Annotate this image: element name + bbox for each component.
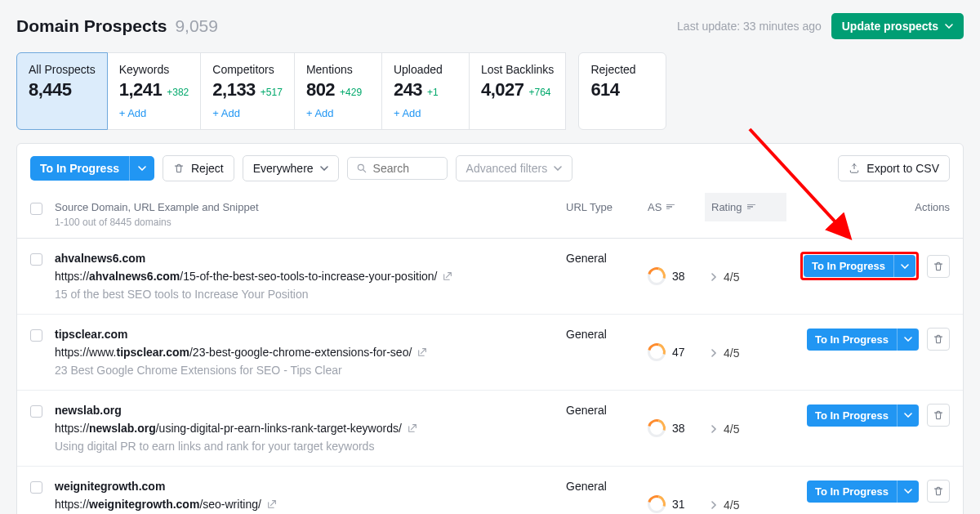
row-action-caret[interactable]: [897, 329, 919, 351]
filter-card-uploaded[interactable]: Uploaded 243 +1 + Add: [381, 52, 470, 130]
row-action-caret[interactable]: [897, 480, 919, 503]
chevron-right-icon: [711, 349, 717, 357]
external-link-icon: [407, 423, 417, 434]
card-value: 2,133: [212, 79, 256, 101]
search-box[interactable]: [347, 157, 448, 180]
row-rating[interactable]: 4/5: [711, 422, 739, 436]
to-in-progress-button[interactable]: To In Progress: [30, 156, 129, 181]
col-rating-header[interactable]: Rating: [705, 193, 786, 221]
filter-card-rejected[interactable]: Rejected 614: [578, 52, 666, 130]
row-checkbox[interactable]: [30, 329, 42, 342]
advanced-filters-label: Advanced filters: [466, 162, 548, 175]
card-delta: +764: [528, 87, 550, 98]
card-label: Uploaded: [394, 63, 457, 76]
row-checkbox[interactable]: [30, 481, 42, 494]
row-url-type: General: [566, 480, 648, 514]
trash-icon: [173, 163, 185, 174]
col-as-header[interactable]: AS: [648, 201, 705, 213]
as-ring-icon: [648, 343, 666, 361]
card-label: Mentions: [306, 63, 370, 76]
table-row: ahvalnews6.com https://ahvalnews6.com/15…: [17, 239, 963, 315]
page-count: 9,059: [175, 16, 218, 36]
filter-card-lost-backlinks[interactable]: Lost Backlinks 4,027 +764: [469, 52, 566, 130]
chevron-right-icon: [711, 425, 717, 433]
export-csv-button[interactable]: Export to CSV: [838, 155, 950, 181]
to-in-progress-split-button[interactable]: To In Progress: [30, 156, 154, 181]
card-add-link[interactable]: + Add: [306, 107, 370, 119]
svg-point-0: [358, 164, 363, 170]
row-checkbox[interactable]: [30, 253, 42, 266]
row-action-caret[interactable]: [897, 404, 919, 427]
row-delete-button[interactable]: [927, 328, 950, 351]
row-to-in-progress-button[interactable]: To In Progress: [804, 255, 915, 277]
card-value: 1,241: [119, 79, 163, 101]
row-delete-button[interactable]: [927, 255, 950, 278]
card-value: 614: [590, 79, 619, 101]
row-rating[interactable]: 4/5: [711, 346, 739, 360]
row-to-in-progress-button[interactable]: To In Progress: [807, 329, 919, 351]
row-url[interactable]: https://ahvalnews6.com/15-of-the-best-se…: [55, 270, 550, 283]
card-delta: +1: [427, 87, 439, 98]
search-input[interactable]: [373, 162, 439, 175]
table-row: newslab.org https://newslab.org/using-di…: [17, 391, 963, 467]
row-delete-button[interactable]: [927, 480, 950, 503]
filter-card-mentions[interactable]: Mentions 802 +429 + Add: [294, 52, 382, 130]
row-to-in-progress-button[interactable]: To In Progress: [807, 480, 919, 503]
card-add-link[interactable]: + Add: [212, 107, 283, 119]
card-add-link[interactable]: + Add: [119, 107, 189, 119]
row-action-caret[interactable]: [893, 255, 915, 277]
filter-card-competitors[interactable]: Competitors 2,133 +517 + Add: [200, 52, 295, 130]
table-row: weignitegrowth.com https://weignitegrowt…: [17, 467, 963, 514]
row-url-type: General: [566, 404, 648, 453]
row-domain[interactable]: weignitegrowth.com: [55, 480, 550, 493]
sort-icon: [747, 204, 755, 211]
card-delta: +517: [261, 87, 283, 98]
row-delete-button[interactable]: [927, 404, 950, 427]
select-all-checkbox[interactable]: [30, 203, 42, 215]
row-rating[interactable]: 4/5: [711, 270, 739, 284]
export-icon: [849, 163, 860, 174]
to-in-progress-caret[interactable]: [129, 156, 154, 181]
row-checkbox[interactable]: [30, 405, 42, 418]
row-to-in-progress-button[interactable]: To In Progress: [807, 404, 919, 427]
update-prospects-button[interactable]: Update prospects: [831, 13, 964, 39]
row-action-label[interactable]: To In Progress: [807, 480, 897, 503]
col-as-label: AS: [648, 201, 662, 213]
row-domain[interactable]: newslab.org: [55, 404, 550, 417]
advanced-filters-button[interactable]: Advanced filters: [456, 155, 573, 181]
filter-card-keywords[interactable]: Keywords 1,241 +382 + Add: [107, 52, 202, 130]
row-action-label[interactable]: To In Progress: [804, 255, 893, 277]
card-value: 802: [306, 79, 335, 101]
card-label: Rejected: [590, 63, 654, 76]
row-as-value: 38: [672, 270, 685, 283]
chevron-down-icon: [138, 166, 146, 171]
chevron-down-icon: [320, 166, 328, 171]
chevron-down-icon: [904, 337, 912, 342]
row-url[interactable]: https://newslab.org/using-digital-pr-ear…: [55, 422, 550, 435]
row-url[interactable]: https://www.tipsclear.com/23-best-google…: [55, 346, 550, 359]
reject-button[interactable]: Reject: [163, 155, 234, 181]
update-prospects-label: Update prospects: [842, 20, 938, 33]
card-add-link[interactable]: + Add: [394, 107, 457, 119]
row-domain[interactable]: ahvalnews6.com: [55, 252, 550, 265]
row-as-value: 47: [672, 346, 685, 359]
filter-card-all-prospects[interactable]: All Prospects 8,445: [16, 52, 108, 130]
row-as-value: 31: [672, 498, 685, 511]
row-url-type: General: [566, 328, 648, 377]
row-rating-value: 4/5: [724, 498, 739, 512]
row-domain[interactable]: tipsclear.com: [55, 328, 550, 341]
col-actions-header: Actions: [786, 201, 950, 213]
row-rating[interactable]: 4/5: [711, 498, 739, 512]
as-ring-icon: [648, 495, 666, 513]
scope-select[interactable]: Everywhere: [243, 155, 339, 181]
trash-icon: [933, 485, 944, 497]
row-action-label[interactable]: To In Progress: [807, 404, 897, 427]
external-link-icon: [266, 499, 277, 510]
row-url[interactable]: https://weignitegrowth.com/seo-writing/: [55, 498, 550, 511]
as-ring-icon: [648, 267, 666, 285]
card-label: Competitors: [212, 63, 283, 76]
row-rating-value: 4/5: [724, 270, 739, 284]
page-title: Domain Prospects: [16, 16, 167, 36]
row-action-label[interactable]: To In Progress: [807, 329, 897, 351]
chevron-right-icon: [711, 501, 717, 509]
